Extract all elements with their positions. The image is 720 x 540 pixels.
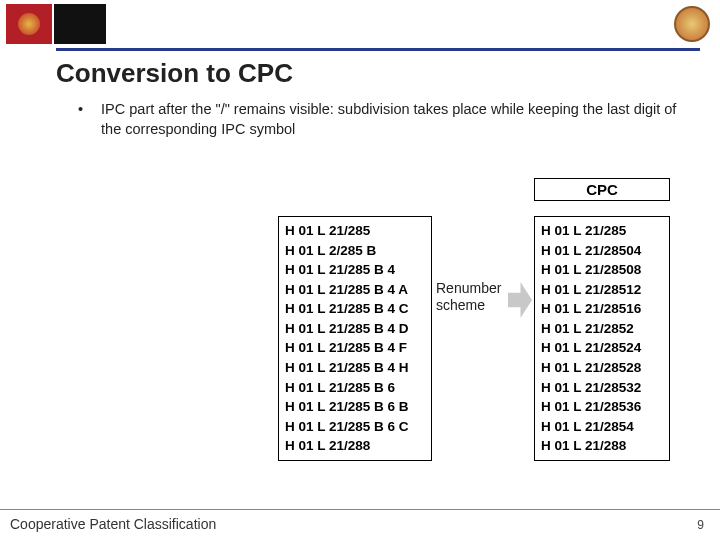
- uspto-seal-icon: [674, 6, 710, 42]
- code-row: H 01 L 21/285 B 4: [285, 260, 425, 280]
- bullet-marker: •: [78, 100, 83, 139]
- arrow-text-line1: Renumber: [436, 280, 501, 296]
- epo-logo: [6, 4, 52, 44]
- footer-title: Cooperative Patent Classification: [10, 516, 216, 532]
- epo-logo-text-block: [54, 4, 106, 44]
- code-row: H 01 L 21/28532: [541, 378, 663, 398]
- code-row: H 01 L 2/285 B: [285, 241, 425, 261]
- bullet-item: • IPC part after the "/" remains visible…: [78, 100, 680, 139]
- code-row: H 01 L 21/28508: [541, 260, 663, 280]
- code-row: H 01 L 21/288: [541, 436, 663, 456]
- code-row: H 01 L 21/28516: [541, 299, 663, 319]
- code-row: H 01 L 21/285: [285, 221, 425, 241]
- code-row: H 01 L 21/288: [285, 436, 425, 456]
- title-rule: [56, 48, 700, 51]
- code-row: H 01 L 21/285 B 4 A: [285, 280, 425, 300]
- code-row: H 01 L 21/285 B 4 C: [285, 299, 425, 319]
- code-row: H 01 L 21/285 B 4 D: [285, 319, 425, 339]
- page-number: 9: [697, 518, 704, 532]
- code-row: H 01 L 21/28528: [541, 358, 663, 378]
- header-bar: [0, 0, 720, 46]
- code-list-left: H 01 L 21/285H 01 L 2/285 BH 01 L 21/285…: [278, 216, 432, 461]
- code-row: H 01 L 21/285 B 6: [285, 378, 425, 398]
- footer-rule: [0, 509, 720, 510]
- code-row: H 01 L 21/28504: [541, 241, 663, 261]
- arrow-text-line2: scheme: [436, 297, 485, 313]
- code-row: H 01 L 21/285 B 4 H: [285, 358, 425, 378]
- cpc-header-box: CPC: [534, 178, 670, 201]
- code-row: H 01 L 21/285: [541, 221, 663, 241]
- code-row: H 01 L 21/2854: [541, 417, 663, 437]
- code-row: H 01 L 21/285 B 4 F: [285, 338, 425, 358]
- code-row: H 01 L 21/28512: [541, 280, 663, 300]
- code-row: H 01 L 21/285 B 6 C: [285, 417, 425, 437]
- code-row: H 01 L 21/285 B 6 B: [285, 397, 425, 417]
- code-list-right: H 01 L 21/285H 01 L 21/28504H 01 L 21/28…: [534, 216, 670, 461]
- slide-title: Conversion to CPC: [56, 58, 293, 89]
- code-row: H 01 L 21/28536: [541, 397, 663, 417]
- renumber-label: Renumber scheme: [436, 280, 532, 314]
- bullet-text: IPC part after the "/" remains visible: …: [101, 100, 680, 139]
- epo-logo-icon: [18, 13, 40, 35]
- code-row: H 01 L 21/28524: [541, 338, 663, 358]
- code-row: H 01 L 21/2852: [541, 319, 663, 339]
